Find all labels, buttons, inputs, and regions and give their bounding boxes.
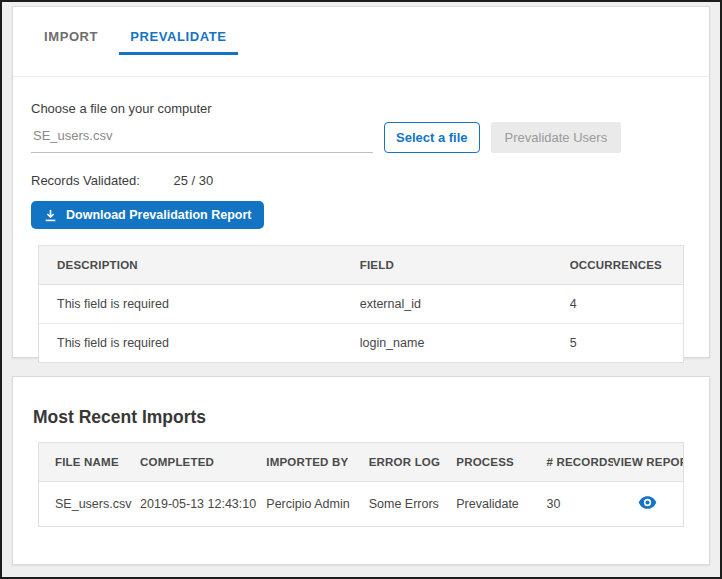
- records-validated-value: 25 / 30: [174, 173, 214, 188]
- prevalidate-users-button[interactable]: Prevalidate Users: [491, 122, 622, 153]
- table-row: SE_users.csv 2019-05-13 12:43:10 Percipi…: [39, 482, 683, 527]
- cell-description: This field is required: [39, 285, 360, 324]
- select-file-button[interactable]: Select a file: [384, 122, 480, 153]
- cell-view-report: [613, 482, 683, 527]
- cell-imported-by: Percipio Admin: [266, 482, 368, 527]
- column-header-occurrences: OCCURRENCES: [570, 246, 683, 285]
- prevalidate-panel: IMPORT PREVALIDATE Choose a file on your…: [12, 6, 710, 358]
- recent-imports-content: FILE NAME COMPLETED IMPORTED BY ERROR LO…: [13, 442, 709, 527]
- tab-bar: IMPORT PREVALIDATE: [13, 7, 709, 77]
- validation-table-header-row: DESCRIPTION FIELD OCCURRENCES: [39, 246, 683, 285]
- recent-imports-panel: Most Recent Imports FILE NAME COMPLETED …: [12, 376, 710, 565]
- column-header-view-report: VIEW REPORT: [613, 443, 683, 482]
- choose-file-label: Choose a file on your computer: [31, 101, 691, 116]
- column-header-error-log: ERROR LOG: [369, 443, 457, 482]
- cell-description: This field is required: [39, 324, 360, 363]
- tab-import[interactable]: IMPORT: [33, 29, 109, 55]
- column-header-field: FIELD: [360, 246, 570, 285]
- cell-occurrences: 5: [570, 324, 683, 363]
- cell-error-log: Some Errors: [369, 482, 457, 527]
- eye-icon: [638, 497, 657, 512]
- records-validated-row: Records Validated: 25 / 30: [31, 173, 691, 188]
- cell-process: Prevalidate: [456, 482, 546, 527]
- column-header-process: PROCESS: [456, 443, 546, 482]
- table-row: This field is required login_name 5: [39, 324, 683, 363]
- records-validated-label: Records Validated:: [31, 173, 140, 188]
- table-row: This field is required external_id 4: [39, 285, 683, 324]
- column-header-description: DESCRIPTION: [39, 246, 360, 285]
- cell-occurrences: 4: [570, 285, 683, 324]
- column-header-imported-by: IMPORTED BY: [266, 443, 368, 482]
- recent-imports-table: FILE NAME COMPLETED IMPORTED BY ERROR LO…: [38, 442, 684, 527]
- cell-field: external_id: [360, 285, 570, 324]
- download-report-button[interactable]: Download Prevalidation Report: [31, 201, 264, 229]
- view-report-button[interactable]: [638, 496, 657, 509]
- tab-prevalidate[interactable]: PREVALIDATE: [119, 29, 237, 55]
- column-header-records: # RECORDS: [546, 443, 612, 482]
- file-name-input[interactable]: [31, 118, 373, 153]
- cell-file-name: SE_users.csv: [39, 482, 140, 527]
- cell-records: 30: [546, 482, 612, 527]
- recent-imports-title: Most Recent Imports: [33, 407, 709, 428]
- validation-table: DESCRIPTION FIELD OCCURRENCES This field…: [38, 245, 684, 363]
- column-header-file-name: FILE NAME: [39, 443, 140, 482]
- cell-completed: 2019-05-13 12:43:10: [140, 482, 266, 527]
- cell-field: login_name: [360, 324, 570, 363]
- column-header-completed: COMPLETED: [140, 443, 266, 482]
- recent-imports-header-row: FILE NAME COMPLETED IMPORTED BY ERROR LO…: [39, 443, 683, 482]
- download-report-label: Download Prevalidation Report: [66, 208, 251, 222]
- file-row: Select a file Prevalidate Users: [31, 118, 691, 153]
- prevalidate-content: Choose a file on your computer Select a …: [13, 101, 709, 363]
- download-icon: [44, 209, 57, 222]
- app-window: IMPORT PREVALIDATE Choose a file on your…: [0, 0, 722, 579]
